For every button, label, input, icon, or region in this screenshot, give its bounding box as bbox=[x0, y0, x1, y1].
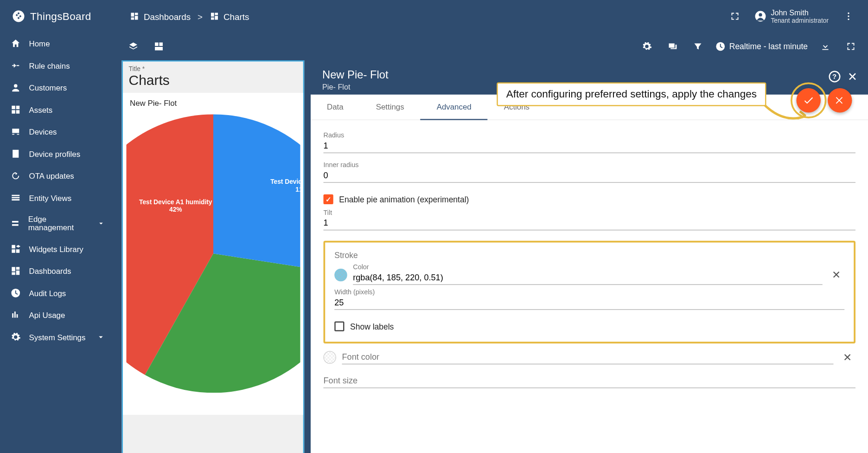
inner-radius-input[interactable] bbox=[324, 168, 855, 183]
sidebar-item-device-profiles[interactable]: Device profiles bbox=[0, 143, 116, 165]
config-title: New Pie- Flot bbox=[322, 69, 856, 82]
inner-radius-label: Inner radius bbox=[324, 162, 855, 168]
clear-font-color-button[interactable]: ✕ bbox=[839, 349, 855, 366]
ota-icon bbox=[11, 171, 21, 181]
callout-banner: After configuring preferred settings, ap… bbox=[497, 83, 766, 106]
tilt-label: Tilt bbox=[324, 209, 855, 216]
sidebar-item-customers[interactable]: Customers bbox=[0, 77, 116, 99]
close-panel-button[interactable]: ✕ bbox=[848, 70, 857, 84]
sidebar-item-assets[interactable]: Assets bbox=[0, 99, 116, 121]
radius-input[interactable] bbox=[324, 139, 855, 153]
dashboard-icon bbox=[130, 12, 139, 21]
logo[interactable]: ThingsBoard bbox=[5, 9, 121, 23]
svg-text:11: 11 bbox=[295, 186, 300, 193]
dashboard-title-card: Title * Charts New Pie- Flot bbox=[122, 60, 305, 453]
tilt-input[interactable] bbox=[324, 216, 855, 230]
sidebar-item-api-usage[interactable]: Api Usage bbox=[0, 304, 116, 326]
sidebar-item-widgets-library[interactable]: Widgets Library bbox=[0, 238, 116, 260]
svg-point-4 bbox=[848, 19, 849, 20]
show-labels-checkbox[interactable]: Show labels bbox=[334, 322, 844, 331]
logo-icon bbox=[12, 9, 26, 23]
title-field-label: Title * bbox=[123, 62, 303, 72]
dashboard-title[interactable]: Charts bbox=[123, 72, 303, 93]
svg-point-2 bbox=[848, 13, 849, 14]
svg-text:42%: 42% bbox=[169, 206, 182, 213]
stroke-section: Stroke Color ✕ Width (pixels) bbox=[324, 241, 855, 343]
sidebar-item-system-settings[interactable]: System Settings bbox=[0, 326, 116, 349]
svg-text:Test Device A1 humidity: Test Device A1 humidity bbox=[139, 199, 212, 206]
sidebar-item-entity-views[interactable]: Entity Views bbox=[0, 187, 116, 209]
layers-icon[interactable] bbox=[123, 36, 144, 57]
more-menu-icon[interactable] bbox=[838, 6, 859, 27]
checkbox-icon bbox=[324, 194, 333, 204]
widgets-icon bbox=[11, 244, 21, 254]
font-color-swatch[interactable] bbox=[324, 351, 337, 364]
chevron-down-icon bbox=[96, 332, 106, 342]
rule-chains-icon bbox=[11, 60, 21, 71]
entity-views-icon bbox=[11, 193, 21, 203]
gear-icon[interactable] bbox=[637, 36, 657, 57]
sidebar-item-dashboards[interactable]: Dashboards bbox=[0, 260, 116, 282]
sidebar-item-rule-chains[interactable]: Rule chains bbox=[0, 55, 116, 77]
font-color-input[interactable] bbox=[342, 349, 833, 364]
customers-icon bbox=[11, 83, 21, 93]
stroke-color-input[interactable] bbox=[353, 271, 822, 285]
breadcrumb: Dashboards > Charts bbox=[121, 11, 249, 21]
dashboards-icon bbox=[11, 266, 21, 277]
radius-label: Radius bbox=[324, 132, 855, 139]
enable-animation-checkbox[interactable]: Enable pie animation (experimental) bbox=[324, 194, 855, 204]
sidebar-item-devices[interactable]: Devices bbox=[0, 121, 116, 143]
widget-config-panel: After configuring preferred settings, ap… bbox=[311, 60, 868, 453]
layout-icon[interactable] bbox=[148, 36, 169, 57]
sidebar-item-home[interactable]: Home bbox=[0, 32, 116, 55]
stroke-width-input[interactable] bbox=[334, 295, 844, 310]
assets-icon bbox=[11, 104, 21, 115]
cancel-button[interactable] bbox=[827, 88, 852, 113]
stroke-color-swatch[interactable] bbox=[334, 268, 347, 281]
svg-point-1 bbox=[759, 13, 762, 16]
user-role: Tenant administrator bbox=[771, 17, 829, 25]
chevron-down-icon bbox=[97, 219, 105, 228]
checkbox-icon bbox=[334, 322, 344, 331]
font-size-input[interactable] bbox=[324, 374, 855, 388]
aliases-icon[interactable] bbox=[662, 36, 683, 57]
api-usage-icon bbox=[11, 310, 21, 321]
dashboard-icon bbox=[210, 12, 219, 21]
audit-icon bbox=[11, 288, 21, 298]
clear-color-button[interactable]: ✕ bbox=[828, 266, 844, 283]
devices-icon bbox=[11, 127, 21, 137]
timewindow[interactable]: Realtime - last minute bbox=[713, 41, 810, 52]
dashboard-toolbar: Realtime - last minute bbox=[116, 32, 868, 60]
stroke-title: Stroke bbox=[334, 251, 844, 260]
svg-point-3 bbox=[848, 15, 849, 17]
export-icon[interactable] bbox=[815, 36, 836, 57]
fullscreen-icon[interactable] bbox=[724, 6, 745, 27]
device-profiles-icon bbox=[11, 149, 21, 159]
stroke-color-label: Color bbox=[353, 264, 822, 271]
tab-advanced[interactable]: Advanced bbox=[421, 95, 488, 120]
pie-chart: Test Device A1 humidity 42% Test Device … bbox=[126, 114, 300, 393]
filter-icon[interactable] bbox=[688, 36, 708, 57]
avatar-icon bbox=[754, 11, 766, 22]
stroke-width-label: Width (pixels) bbox=[334, 288, 844, 295]
apply-button[interactable] bbox=[796, 88, 821, 113]
breadcrumb-charts[interactable]: Charts bbox=[210, 11, 249, 21]
tab-data[interactable]: Data bbox=[311, 95, 360, 120]
settings-icon bbox=[11, 332, 21, 343]
sidebar-item-audit-logs[interactable]: Audit Logs bbox=[0, 282, 116, 304]
breadcrumb-dashboards[interactable]: Dashboards bbox=[130, 11, 191, 21]
widget-title: New Pie- Flot bbox=[124, 97, 302, 111]
sidebar-item-edge-management[interactable]: Edge management bbox=[0, 209, 116, 238]
expand-icon[interactable] bbox=[840, 36, 861, 57]
pie-widget[interactable]: New Pie- Flot Test Devi bbox=[123, 93, 303, 415]
sidebar: Home Rule chains Customers Assets Device… bbox=[0, 32, 116, 453]
home-icon bbox=[11, 39, 21, 49]
help-button[interactable]: ? bbox=[829, 71, 840, 83]
svg-text:Test Device A: Test Device A bbox=[270, 178, 300, 185]
tab-settings[interactable]: Settings bbox=[360, 95, 421, 120]
sidebar-item-ota-updates[interactable]: OTA updates bbox=[0, 165, 116, 187]
user-name: John Smith bbox=[771, 8, 829, 17]
user-menu[interactable]: John Smith Tenant administrator bbox=[754, 8, 829, 25]
edge-icon bbox=[11, 218, 20, 229]
brand-name: ThingsBoard bbox=[30, 10, 91, 22]
